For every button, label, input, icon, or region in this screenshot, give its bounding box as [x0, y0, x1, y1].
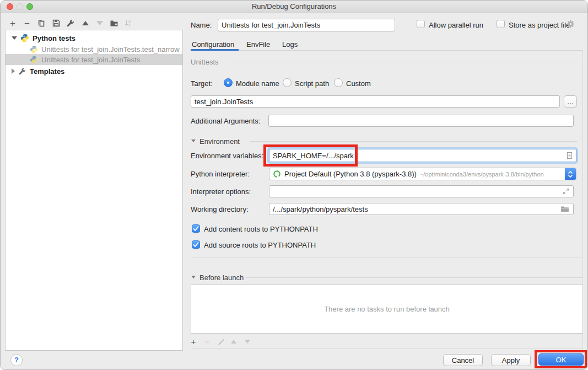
apply-button[interactable]: Apply: [491, 354, 531, 366]
tree-item-label: Unittests for test_join.JoinTests.test_n…: [41, 45, 180, 53]
before-launch-task-list: There are no tasks to run before launch: [191, 285, 583, 334]
unittests-group-label: Unittests: [191, 58, 219, 66]
window-title: Run/Debug Configurations: [1, 2, 587, 10]
tab-envfile[interactable]: EnvFile: [246, 40, 270, 49]
cancel-button[interactable]: Cancel: [443, 354, 483, 366]
additional-arguments-input[interactable]: [268, 115, 574, 127]
target-module-name-label: Module name: [236, 79, 279, 88]
target-value-input[interactable]: [191, 95, 560, 108]
add-source-roots-checkbox[interactable]: [192, 240, 200, 249]
environment-variables-input[interactable]: [269, 149, 576, 162]
title-bar: Run/Debug Configurations: [1, 1, 587, 13]
save-icon[interactable]: [51, 18, 62, 29]
run-configurations-tree: Python tests Unittests for test_join.Joi…: [5, 30, 183, 351]
python-interpreter-value: Project Default (Python 3.8 (pyspark-3.8…: [284, 170, 417, 178]
add-content-roots-checkbox[interactable]: [192, 224, 200, 233]
before-launch-move-down-icon: [242, 336, 253, 347]
selected-tab-underline: [191, 49, 239, 51]
before-launch-empty-text: There are no tasks to run before launch: [324, 305, 450, 313]
additional-arguments-label: Additional Arguments:: [191, 117, 260, 125]
before-launch-group-label: Before launch: [199, 274, 244, 282]
expand-field-icon[interactable]: [562, 187, 570, 195]
expander-down-icon[interactable]: [12, 36, 17, 40]
target-module-name-radio[interactable]: [224, 78, 233, 87]
before-launch-remove-icon: −: [202, 336, 213, 347]
tree-item-label: Python tests: [33, 34, 75, 42]
python-icon: [30, 45, 38, 53]
tree-item-unittests-jointests[interactable]: Unittests for test_join.JoinTests: [6, 54, 182, 65]
config-panel-bottom-line: [191, 258, 583, 258]
python-interpreter-combobox[interactable]: Project Default (Python 3.8 (pyspark-3.8…: [269, 168, 576, 180]
python-interpreter-path: ~/opt/miniconda3/envs/pyspark-3.8/bin/py…: [420, 171, 565, 178]
environment-variables-label: Environment variables:: [191, 152, 263, 160]
before-launch-move-up-icon: [228, 336, 239, 347]
before-launch-edit-pencil-icon: [215, 336, 226, 347]
browse-target-button[interactable]: ...: [564, 95, 577, 108]
svg-text:z: z: [128, 23, 131, 27]
unittests-group-line: [228, 62, 577, 62]
store-as-project-file-label: Store as project file: [509, 21, 570, 29]
tree-item-label: Templates: [30, 67, 64, 76]
store-as-project-file-checkbox[interactable]: [497, 20, 505, 28]
python-icon: [30, 56, 38, 64]
allow-parallel-run-checkbox[interactable]: [417, 20, 425, 28]
working-directory-label: Working directory:: [191, 205, 249, 213]
tree-item-python-tests[interactable]: Python tests: [6, 33, 182, 44]
wrench-icon: [18, 67, 26, 76]
edit-templates-wrench-icon[interactable]: [65, 18, 76, 29]
gear-icon[interactable]: [566, 19, 575, 29]
target-script-path-label: Script path: [295, 79, 329, 88]
move-down-icon: [94, 18, 105, 29]
edit-environment-variables-icon[interactable]: [565, 151, 574, 160]
tree-item-label: Unittests for test_join.JoinTests: [41, 56, 140, 64]
add-icon[interactable]: +: [7, 18, 18, 29]
python-interpreter-label: Python interpreter:: [191, 170, 250, 178]
python-icon: [20, 34, 29, 42]
target-script-path-radio[interactable]: [283, 78, 292, 87]
add-source-roots-label: Add source roots to PYTHONPATH: [204, 241, 316, 249]
target-custom-label: Custom: [346, 79, 371, 88]
remove-icon[interactable]: −: [21, 18, 33, 29]
interpreter-options-label: Interpreter options:: [191, 187, 251, 196]
combo-arrows-icon[interactable]: [565, 168, 576, 180]
name-input[interactable]: [218, 19, 395, 31]
environment-collapse-icon[interactable]: [191, 140, 196, 142]
environment-group-line: [250, 141, 577, 142]
run-debug-configurations-dialog: Run/Debug Configurations + − az Python t…: [0, 0, 588, 370]
before-launch-group-line: [246, 277, 583, 278]
tree-item-templates[interactable]: Templates: [6, 66, 182, 77]
conda-env-icon: [273, 170, 281, 178]
add-content-roots-label: Add content roots to PYTHONPATH: [204, 225, 318, 233]
tree-item-unittests-test-narrow[interactable]: Unittests for test_join.JoinTests.test_n…: [6, 44, 182, 55]
before-launch-bottom-line: [191, 348, 583, 349]
before-launch-collapse-icon[interactable]: [191, 276, 196, 278]
working-directory-input[interactable]: [269, 203, 574, 215]
name-label: Name:: [191, 21, 212, 29]
tab-logs[interactable]: Logs: [282, 40, 298, 49]
tabs-divider: [191, 50, 583, 51]
ok-button[interactable]: OK: [538, 353, 584, 366]
new-folder-icon[interactable]: [109, 18, 120, 29]
move-up-icon[interactable]: [80, 18, 91, 29]
help-button[interactable]: ?: [10, 354, 23, 366]
copy-icon[interactable]: [36, 18, 47, 29]
target-custom-radio[interactable]: [334, 78, 343, 87]
target-label: Target:: [191, 79, 213, 88]
tab-configuration[interactable]: Configuration: [192, 40, 234, 49]
interpreter-options-input[interactable]: [269, 185, 574, 197]
expander-right-icon[interactable]: [12, 68, 15, 74]
before-launch-add-icon[interactable]: +: [188, 336, 199, 347]
allow-parallel-run-label: Allow parallel run: [429, 21, 483, 29]
sort-alphabetically-icon: az: [123, 18, 134, 29]
svg-text:a: a: [128, 19, 131, 23]
browse-folder-icon[interactable]: [560, 205, 569, 213]
environment-group-label: Environment: [199, 137, 240, 146]
